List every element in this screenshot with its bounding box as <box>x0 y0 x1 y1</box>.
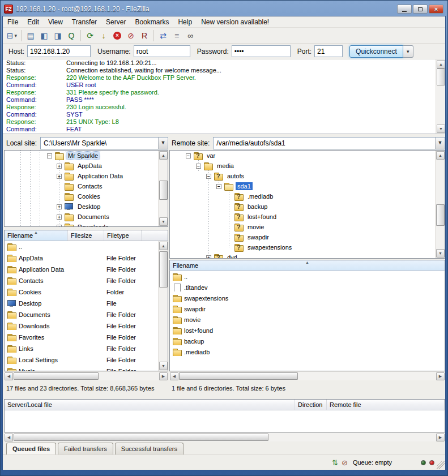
title-bar[interactable]: FZ 192.168.1.20 - root@192.168.1.20 - Fi… <box>2 2 446 16</box>
cancel-button[interactable]: × <box>110 29 124 42</box>
remote-list-hscrollbar[interactable]: ◀ ▶ <box>169 371 445 380</box>
scroll-up-icon[interactable]: ▲ <box>437 60 445 68</box>
port-input[interactable] <box>314 45 343 57</box>
scrollbar-thumb[interactable] <box>159 181 168 200</box>
collapse-icon[interactable]: − <box>47 153 52 158</box>
tree-item-documents[interactable]: +Documents <box>5 212 168 222</box>
maximize-button[interactable] <box>413 5 428 14</box>
local-tree-scrollbar[interactable]: ▲ ▼ <box>158 151 168 226</box>
tree-item-backup[interactable]: −?backup <box>170 201 445 212</box>
tree-item-var[interactable]: −?var <box>170 151 445 161</box>
scroll-right-icon[interactable]: ▶ <box>436 434 445 441</box>
tree-item-appdata[interactable]: +AppData <box>5 161 168 171</box>
file-row-mediadb[interactable]: .mediadb <box>170 346 445 357</box>
toggle-local-tree-button[interactable]: ◧ <box>37 29 51 42</box>
expand-icon[interactable]: + <box>57 174 62 179</box>
collapse-icon[interactable]: − <box>216 184 221 189</box>
menu-new-version-available[interactable]: New version available! <box>197 17 274 27</box>
file-row-contacts[interactable]: ContactsFile Folder <box>5 275 168 286</box>
column-header-filetype[interactable]: Filetype <box>104 230 142 241</box>
column-header-direction[interactable]: Direction <box>295 400 327 410</box>
tree-item-desktop[interactable]: +Desktop <box>5 201 168 212</box>
scroll-down-icon[interactable]: ▼ <box>436 249 445 258</box>
scrollbar-thumb[interactable] <box>179 372 298 380</box>
column-header-server-local-file[interactable]: Server/Local file <box>5 400 295 410</box>
file-row-backup[interactable]: backup <box>170 336 445 346</box>
chevron-down-icon[interactable]: ▼ <box>158 138 168 149</box>
process-queue-button[interactable]: ↓ <box>97 29 110 42</box>
file-row-downloads[interactable]: DownloadsFile Folder <box>5 320 168 332</box>
expand-icon[interactable]: + <box>57 225 62 228</box>
find-button[interactable]: ∞ <box>184 29 197 42</box>
speed-limits-icon[interactable]: ⊘ <box>342 458 348 467</box>
tree-item-sda1[interactable]: −sda1 <box>170 181 445 191</box>
collapse-icon[interactable]: − <box>196 164 201 169</box>
menu-view[interactable]: View <box>44 17 67 27</box>
file-row-favorites[interactable]: FavoritesFile Folder <box>5 332 168 343</box>
file-row-local-settings[interactable]: Local SettingsFile Folder <box>5 354 168 366</box>
column-header-filesize[interactable]: Filesize <box>68 230 104 241</box>
scroll-left-icon[interactable]: ◀ <box>5 372 13 380</box>
tree-item-contacts[interactable]: −Contacts <box>5 181 168 191</box>
scrollbar-thumb[interactable] <box>437 68 445 85</box>
tree-item-dvd[interactable]: +?dvd <box>170 252 445 259</box>
menu-file[interactable]: File <box>3 17 23 27</box>
expand-icon[interactable]: + <box>57 215 62 220</box>
menu-help[interactable]: Help <box>173 17 197 27</box>
scrollbar-thumb[interactable] <box>14 372 99 380</box>
host-input[interactable] <box>27 45 91 57</box>
tree-item-lost-found[interactable]: −?lost+found <box>170 212 445 222</box>
expand-icon[interactable]: + <box>206 255 211 259</box>
quickconnect-button[interactable]: Quickconnect <box>349 45 403 58</box>
disconnect-button[interactable]: ⊘ <box>124 29 138 42</box>
menu-transfer[interactable]: Transfer <box>67 17 101 27</box>
tree-item-swapdir[interactable]: −?swapdir <box>170 232 445 242</box>
tree-item-downloads[interactable]: +Downloads <box>5 222 168 227</box>
queue-hscrollbar[interactable]: ◀ ▶ <box>4 432 445 441</box>
file-row-item[interactable]: .. <box>170 271 445 282</box>
file-row-music[interactable]: MusicFile Folder <box>5 366 168 371</box>
password-input[interactable] <box>232 45 291 57</box>
transfers-activity-icon[interactable]: ⇅ <box>332 458 338 467</box>
file-row-documents[interactable]: DocumentsFile Folder <box>5 309 168 320</box>
tab-failed-transfers[interactable]: Failed transfers <box>58 443 113 454</box>
tree-item-movie[interactable]: −?movie <box>170 222 445 232</box>
tree-item-application-data[interactable]: +Application Data <box>5 171 168 181</box>
expand-icon[interactable]: + <box>57 164 62 169</box>
remote-tree-scrollbar[interactable]: ▲ ▼ <box>435 151 445 258</box>
tab-queued-files[interactable]: Queued files <box>6 443 56 454</box>
scroll-right-icon[interactable]: ▶ <box>159 372 168 380</box>
refresh-button[interactable]: ⟳ <box>83 29 97 42</box>
local-list-hscrollbar[interactable]: ◀ ▶ <box>4 371 168 380</box>
expand-icon[interactable]: + <box>57 204 62 209</box>
file-row-cookies[interactable]: CookiesFolder <box>5 286 168 298</box>
menu-server[interactable]: Server <box>101 17 130 27</box>
scroll-down-icon[interactable]: ▼ <box>159 217 168 226</box>
collapse-icon[interactable]: − <box>186 153 191 158</box>
close-button[interactable]: × <box>429 5 443 14</box>
username-input[interactable] <box>134 45 190 57</box>
reconnect-button[interactable]: R <box>138 29 151 42</box>
toggle-remote-tree-button[interactable]: ◨ <box>51 29 65 42</box>
chevron-down-icon[interactable]: ▼ <box>435 138 445 149</box>
log-scrollbar[interactable]: ▲ ▼ <box>436 59 445 134</box>
scroll-left-icon[interactable]: ◀ <box>170 372 178 380</box>
tree-item-cookies[interactable]: −Cookies <box>5 191 168 201</box>
file-row-links[interactable]: LinksFile Folder <box>5 343 168 354</box>
collapse-icon[interactable]: − <box>206 174 211 179</box>
file-row-appdata[interactable]: AppDataFile Folder <box>5 252 168 264</box>
site-manager-button[interactable]: ⊟▾ <box>5 29 19 42</box>
toggle-queue-button[interactable]: Q <box>65 29 78 42</box>
scroll-up-icon[interactable]: ▲ <box>159 242 168 250</box>
scroll-down-icon[interactable]: ▼ <box>159 362 168 370</box>
file-row-movie[interactable]: movie <box>170 314 445 325</box>
local-site-combo[interactable]: C:\Users\Mr Sparkle\ ▼ <box>40 137 168 149</box>
file-row-titandev[interactable]: .titandev <box>170 282 445 293</box>
scroll-down-icon[interactable]: ▼ <box>437 125 445 133</box>
tab-successful-transfers[interactable]: Successful transfers <box>115 443 184 454</box>
scroll-up-icon[interactable]: ▲ <box>159 151 168 160</box>
tree-item-autofs[interactable]: −?autofs <box>170 171 445 181</box>
column-header-filename[interactable]: ▲ Filename <box>5 230 68 241</box>
file-row-application-data[interactable]: Application DataFile Folder <box>5 264 168 275</box>
scrollbar-thumb[interactable] <box>159 251 168 288</box>
